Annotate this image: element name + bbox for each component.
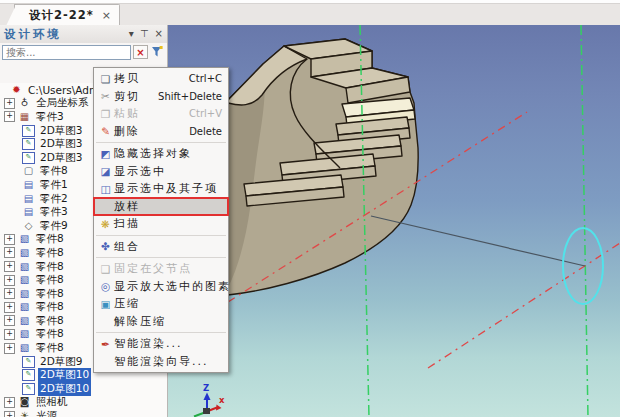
menu-item[interactable]: ✂剪切Shift+Delete [94, 88, 228, 106]
viewport-canvas[interactable]: Z x [168, 25, 620, 417]
panel-menu-icon[interactable]: ▾ [129, 25, 134, 43]
tree-item[interactable]: +◙照相机 [0, 396, 167, 410]
expand-icon[interactable]: + [4, 261, 15, 272]
expand-icon[interactable]: + [4, 275, 15, 286]
expand-icon[interactable]: + [4, 98, 15, 109]
expand-icon[interactable]: + [4, 315, 15, 326]
menu-item[interactable]: ✤组合 [94, 238, 228, 256]
coordinate-system-icon: ♁ [18, 97, 31, 109]
filter-icon[interactable] [150, 45, 165, 59]
axis-z-label: Z [203, 383, 209, 393]
part-box-icon: ▧ [18, 233, 31, 245]
menu-item[interactable]: 智能渲染向导... [94, 353, 228, 371]
search-input[interactable] [2, 45, 131, 60]
menu-item-shortcut: Delete [183, 126, 222, 137]
tree-item-label: 零件8 [34, 314, 66, 328]
copy-icon: ❏ [97, 71, 114, 87]
part-doc-icon: ▤ [22, 193, 35, 205]
menu-separator [96, 142, 226, 143]
panel-close-icon[interactable]: × [155, 25, 163, 43]
tree-item-label: 零件8 [34, 273, 66, 287]
part-box-icon: ▧ [18, 247, 31, 259]
part-box-icon: ▧ [18, 288, 31, 300]
menu-item-label: 放样 [114, 199, 140, 214]
menu-separator [96, 235, 226, 236]
part-doc-icon: ▤ [22, 206, 35, 218]
tree-item-label: 零件8 [34, 287, 66, 301]
panel-header: 设计环境 ▾⊤× [0, 25, 167, 43]
menu-item-shortcut: Ctrl+C [183, 73, 222, 84]
tree-item-label: 零件8 [34, 260, 66, 274]
menu-item[interactable]: ❐粘贴Ctrl+V [94, 105, 228, 123]
tree-item-label: 零件2 [38, 192, 70, 206]
part-plain-icon: ▢ [22, 165, 35, 177]
menu-item[interactable]: ❋扫描 [94, 215, 228, 233]
expand-icon[interactable]: + [4, 288, 15, 299]
menu-item[interactable]: ✎删除Delete [94, 123, 228, 141]
expand-icon[interactable]: + [4, 411, 15, 417]
light-source-icon: ☀ [18, 410, 31, 417]
part-diamond-icon: ◇ [22, 220, 35, 232]
menu-item-label: 显示选中及其子项 [114, 181, 218, 196]
menu-item[interactable]: ◩隐藏选择对象 [94, 145, 228, 163]
smart-render-icon: ✒ [97, 336, 114, 352]
cut-icon: ✂ [97, 88, 114, 104]
pin-parent-icon: ❑ [97, 261, 114, 277]
menu-item-loft-highlighted[interactable]: 放样 [94, 198, 228, 216]
tab-bar: 设计2-22* × [0, 4, 620, 26]
panel-title: 设计环境 [4, 27, 62, 42]
menu-item-label: 固定在父节点 [114, 261, 192, 276]
menu-item[interactable]: ✒智能渲染... [94, 335, 228, 353]
expand-icon[interactable]: + [4, 397, 15, 408]
menu-item-label: 粘贴 [114, 106, 140, 121]
menu-item-label: 拷贝 [114, 71, 140, 86]
expand-icon[interactable]: + [4, 329, 15, 340]
expand-icon[interactable]: + [4, 234, 15, 245]
context-menu: ❏拷贝Ctrl+C✂剪切Shift+Delete❐粘贴Ctrl+V✎删除Dele… [93, 67, 229, 373]
tab-label: 设计2-22* [29, 8, 94, 23]
tab-close-icon[interactable]: × [102, 9, 111, 22]
tree-item-label: 2D草图3 [38, 137, 84, 151]
tree-item-label: 光源 [34, 409, 59, 417]
tree-item-label: 零件3 [34, 110, 66, 124]
menu-item[interactable]: 解除压缩 [94, 313, 228, 331]
menu-item[interactable]: ◎显示放大选中的图素 [94, 278, 228, 296]
menu-item[interactable]: ◫显示选中及其子项 [94, 180, 228, 198]
compress-icon: ▣ [97, 296, 114, 312]
tree-item-label: 零件8 [34, 301, 66, 315]
gray-edge-line [371, 216, 585, 266]
sketch-icon: ✎ [22, 356, 35, 368]
axis-x-label: x [219, 395, 225, 405]
menu-separator [96, 332, 226, 333]
menu-item-label: 解除压缩 [114, 314, 166, 329]
expand-icon[interactable]: + [4, 302, 15, 313]
search-clear-icon[interactable]: × [133, 45, 148, 59]
pin-icon[interactable]: ⊤ [140, 25, 149, 43]
camera-icon: ◙ [18, 396, 31, 408]
zoom-selected-icon: ◎ [97, 278, 114, 294]
tree-item-label: 零件8 [34, 233, 66, 247]
part-box-icon: ▧ [18, 274, 31, 286]
delete-icon: ✎ [97, 123, 114, 139]
menu-item[interactable]: ❑固定在父节点 [94, 260, 228, 278]
expand-icon[interactable]: + [4, 343, 15, 354]
sketch-icon: ✎ [22, 369, 35, 381]
tab-design-2-22[interactable]: 设计2-22* × [14, 4, 120, 25]
red-construction-line-lower [428, 243, 620, 368]
menu-item[interactable]: ❏拷贝Ctrl+C [94, 70, 228, 88]
expand-icon[interactable]: + [4, 111, 15, 122]
menu-item-shortcut: Shift+Delete [152, 91, 222, 102]
tree-item-label: 2D草图3 [38, 151, 84, 165]
expand-icon[interactable]: + [4, 247, 15, 258]
menu-item-label: 组合 [114, 239, 140, 254]
tree-item[interactable]: ✎2D草图10 [0, 382, 167, 396]
tree-item-label: 零件8 [38, 165, 70, 179]
viewport[interactable]: Z x [168, 25, 620, 417]
tree-item-label: 2D草图10 [38, 368, 91, 382]
menu-item[interactable]: ▣压缩 [94, 295, 228, 313]
menu-item[interactable]: ◪显示选中 [94, 163, 228, 181]
tree-item[interactable]: +☀光源 [0, 409, 167, 417]
tree-item-label: 全局坐标系 [34, 97, 91, 111]
menu-item-label: 删除 [114, 124, 140, 139]
menu-item-label: 显示放大选中的图素 [114, 279, 231, 294]
